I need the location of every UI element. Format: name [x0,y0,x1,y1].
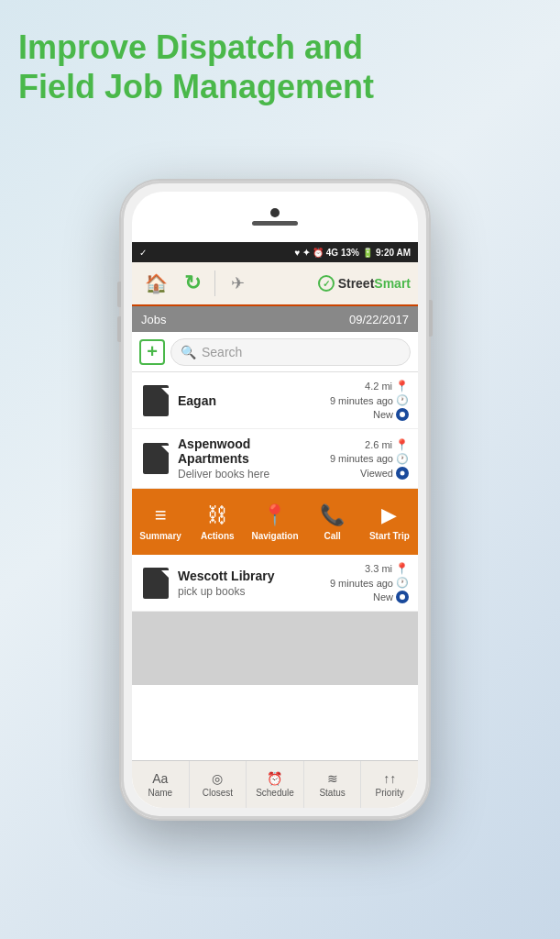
home-toolbar-button[interactable]: 🏠 [139,267,172,300]
search-icon: 🔍 [181,345,196,359]
viewed-dot [396,467,409,480]
tab-schedule[interactable]: ⏰ Schedule [247,761,304,808]
time-ago: 9 minutes ago [330,578,393,589]
location-pin-icon: 📍 [395,380,409,392]
power-button [429,300,433,337]
battery-icon: 🔋 [362,248,373,258]
time-ago: 9 minutes ago [330,453,393,464]
status-row: Viewed [360,467,409,480]
time-row: 9 minutes ago 🕐 [330,394,409,406]
job-name: Eagan [178,393,323,408]
action-summary[interactable]: ≡ Summary [137,503,183,541]
gray-content-area [132,612,418,685]
job-icon-col [141,380,170,421]
brand-smart: Smart [374,276,411,291]
job-name: Wescott Library [178,569,323,583]
distance-row: 3.3 mi 📍 [365,562,409,575]
tab-status[interactable]: ≋ Status [304,761,362,808]
status-icon: ≋ [327,771,338,786]
job-item-aspenwood[interactable]: Aspenwood Apartments Deliver books here … [132,429,418,489]
job-meta: 2.6 mi 📍 9 minutes ago 🕐 Viewed [330,436,409,481]
phone-camera [270,208,280,217]
distance-value: 4.2 mi [365,381,392,392]
status-right: ♥ ✦ ⏰ 4G 13% 🔋 9:20 AM [294,248,411,258]
job-item-wescott[interactable]: Wescott Library pick up books 3.3 mi 📍 9… [132,555,418,612]
add-job-button[interactable]: + [139,339,165,365]
app-toolbar: 🏠 ↻ ✈ ✓ StreetSmart [132,262,418,306]
status-label: New [373,591,393,602]
call-label: Call [324,531,341,541]
job-meta: 3.3 mi 📍 9 minutes ago 🕐 New [330,562,409,603]
vol-down-button [117,316,121,342]
summary-label: Summary [139,531,181,541]
bottom-tab-bar: Aa Name ◎ Closest ⏰ Schedule ≋ Status ↑↑ [132,760,418,808]
screen: ✓ ♥ ✦ ⏰ 4G 13% 🔋 9:20 AM 🏠 ↻ [132,242,418,808]
job-subtitle: pick up books [178,585,323,598]
start-trip-icon: ▶ [381,503,397,527]
status-battery: 13% [341,248,359,258]
jobs-date: 09/22/2017 [349,313,409,326]
job-doc-icon [143,443,169,474]
action-start-trip[interactable]: ▶ Start Trip [367,503,412,541]
tab-closest[interactable]: ◎ Closest [190,761,247,808]
phone-speaker [252,221,298,226]
call-icon: 📞 [320,503,345,527]
schedule-icon: ⏰ [267,771,282,786]
home-icon: 🏠 [145,272,168,294]
search-input[interactable]: 🔍 Search [170,338,411,366]
status-check-icon: ✓ [139,248,147,258]
headline: Improve Dispatch and Field Job Managemen… [18,28,374,106]
navigation-icon: ✈ [231,273,245,293]
clock-icon: 🕐 [396,394,409,406]
action-bar: ≡ Summary ⛓ Actions 📍 Navigation 📞 Call [132,489,418,555]
status-time: 9:20 AM [376,248,411,258]
action-navigation[interactable]: 📍 Navigation [251,503,298,541]
brand-check-icon: ✓ [318,275,335,292]
search-placeholder: Search [202,345,242,359]
job-icon-col [141,436,170,481]
action-actions[interactable]: ⛓ Actions [194,503,240,541]
phone-inner: ✓ ♥ ✦ ⏰ 4G 13% 🔋 9:20 AM 🏠 ↻ [132,192,418,808]
name-sort-icon: Aa [152,771,168,786]
job-meta: 4.2 mi 📍 9 minutes ago 🕐 New [330,380,409,421]
tab-priority[interactable]: ↑↑ Priority [361,761,418,808]
status-row: New [373,408,409,421]
time-row: 9 minutes ago 🕐 [330,577,409,589]
tab-schedule-label: Schedule [256,788,294,798]
add-icon: + [147,341,158,362]
tab-name-label: Name [148,788,172,798]
job-info: Aspenwood Apartments Deliver books here [178,436,323,481]
time-ago: 9 minutes ago [330,395,393,406]
toolbar-divider [214,271,215,296]
jobs-header: Jobs 09/22/2017 [132,306,418,332]
clock-icon: 🕐 [396,577,409,589]
job-list: Eagan 4.2 mi 📍 9 minutes ago 🕐 New [132,372,418,612]
navigation-label: Navigation [251,531,298,541]
brand-logo: ✓ StreetSmart [318,275,411,292]
location-pin-icon: 📍 [395,438,409,451]
tab-status-label: Status [319,788,345,798]
job-item-eagan[interactable]: Eagan 4.2 mi 📍 9 minutes ago 🕐 New [132,372,418,429]
search-bar: + 🔍 Search [132,332,418,372]
job-info: Wescott Library pick up books [178,562,323,603]
job-subtitle: Deliver books here [178,468,323,481]
job-info: Eagan [178,380,323,421]
distance-row: 4.2 mi 📍 [365,380,409,392]
vol-up-button [117,282,121,307]
location-pin-icon: 📍 [395,562,409,575]
status-bar: ✓ ♥ ✦ ⏰ 4G 13% 🔋 9:20 AM [132,242,418,262]
tab-name[interactable]: Aa Name [132,761,190,808]
action-call[interactable]: 📞 Call [310,503,356,541]
jobs-label: Jobs [141,313,166,326]
distance-value: 2.6 mi [365,439,392,450]
job-doc-icon [143,385,169,416]
job-name: Aspenwood Apartments [178,436,323,466]
nav-toolbar-button[interactable]: ✈ [221,267,254,300]
status-left: ✓ [139,248,147,258]
refresh-toolbar-button[interactable]: ↻ [176,267,209,300]
phone-camera-area [252,208,298,226]
headline-line1: Improve Dispatch and [18,28,374,67]
start-trip-label: Start Trip [369,531,410,541]
distance-value: 3.3 mi [365,563,392,574]
brand-street: Street [338,276,375,291]
